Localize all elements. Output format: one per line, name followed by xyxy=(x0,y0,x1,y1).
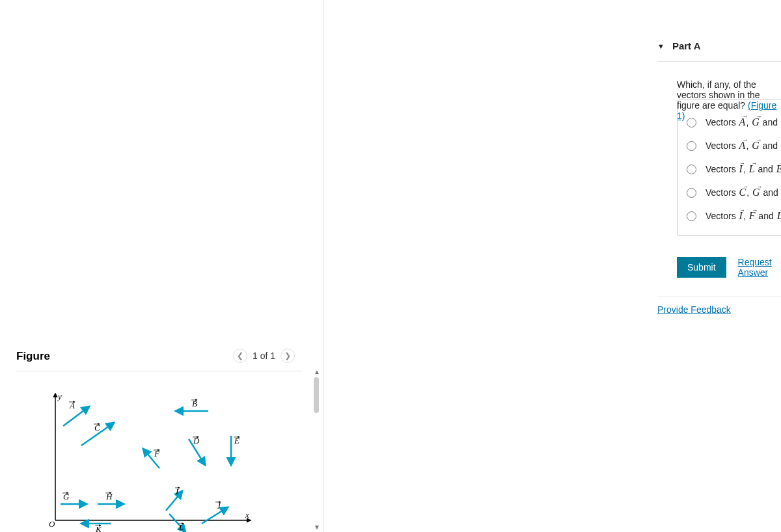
right-panel: ▼ Part A Which, if any, of the vectors s… xyxy=(325,0,781,532)
scroll-thumb[interactable] xyxy=(314,377,319,413)
scroll-up-icon[interactable]: ▲ xyxy=(313,367,321,375)
part-header[interactable]: ▼ Part A xyxy=(657,40,781,62)
svg-text:O: O xyxy=(49,519,55,529)
submit-row: Submit Request Answer xyxy=(677,257,781,278)
vector-label: A→ xyxy=(739,116,747,128)
option-text: Vectors I→, L→ and E→ are all equal to o… xyxy=(706,163,781,175)
option-row[interactable]: Vectors A→, G→ and B→ are all equal to o… xyxy=(687,111,781,134)
collapse-icon[interactable]: ▼ xyxy=(657,42,665,50)
provide-feedback-link[interactable]: Provide Feedback xyxy=(657,304,731,315)
option-radio[interactable] xyxy=(687,118,696,127)
left-panel: Figure ❮ 1 of 1 ❯ y x O A B C D xyxy=(0,0,322,532)
figure-page-indicator: 1 of 1 xyxy=(251,351,277,361)
vector-label: G→ xyxy=(751,116,760,128)
option-text: Vectors A→, G→ and J→ are all equal to o… xyxy=(706,140,781,152)
option-radio[interactable] xyxy=(687,141,696,151)
figure-next-button[interactable]: ❯ xyxy=(281,349,295,363)
option-radio[interactable] xyxy=(687,188,696,198)
option-radio[interactable] xyxy=(687,165,696,174)
option-row[interactable]: Vectors I→, L→ and E→ are all equal to o… xyxy=(687,157,781,181)
option-text: Vectors I→, F→ and L→ are all equal to o… xyxy=(706,210,781,222)
vector-label: G→ xyxy=(751,140,760,152)
figure-divider xyxy=(16,371,303,371)
vector-label: E→ xyxy=(776,163,781,175)
svg-line-5 xyxy=(63,406,89,426)
option-row[interactable]: Vectors A→, G→ and J→ are all equal to o… xyxy=(687,134,781,157)
vector-label: L→ xyxy=(748,163,756,175)
request-answer-link[interactable]: Request Answer xyxy=(738,257,781,278)
figure-prev-button[interactable]: ❮ xyxy=(233,349,247,363)
option-text: Vectors A→, G→ and B→ are all equal to o… xyxy=(706,116,781,128)
vector-label: G→ xyxy=(752,187,761,198)
options-box: Vectors A→, G→ and B→ are all equal to o… xyxy=(677,100,781,236)
svg-line-23 xyxy=(202,507,228,524)
vector-label: A→ xyxy=(739,140,747,152)
option-row[interactable]: Vectors I→, F→ and L→ are all equal to o… xyxy=(687,204,781,228)
vector-label: I→ xyxy=(739,210,743,222)
part-title: Part A xyxy=(672,40,701,51)
option-row[interactable]: Vectors C→, G→ and J→ are all equal to o… xyxy=(687,181,781,204)
option-text: Vectors C→, G→ and J→ are all equal to o… xyxy=(706,187,781,198)
option-radio[interactable] xyxy=(687,211,696,221)
vector-label: C→ xyxy=(739,187,747,198)
vector-label: F→ xyxy=(748,210,756,222)
vector-label: L→ xyxy=(776,210,781,222)
svg-text:x: x xyxy=(245,510,249,520)
vector-label: I→ xyxy=(739,163,743,175)
feedback-link-row: Provide Feedback xyxy=(657,296,781,315)
submit-button[interactable]: Submit xyxy=(677,257,726,278)
figure-pagination: ❮ 1 of 1 ❯ xyxy=(233,349,295,363)
figure-diagram: y x O A B C D E F G H I J K xyxy=(49,390,257,532)
svg-text:y: y xyxy=(57,392,62,401)
svg-line-21 xyxy=(166,491,182,511)
scroll-down-icon[interactable]: ▼ xyxy=(313,523,321,531)
panel-divider xyxy=(323,0,324,532)
